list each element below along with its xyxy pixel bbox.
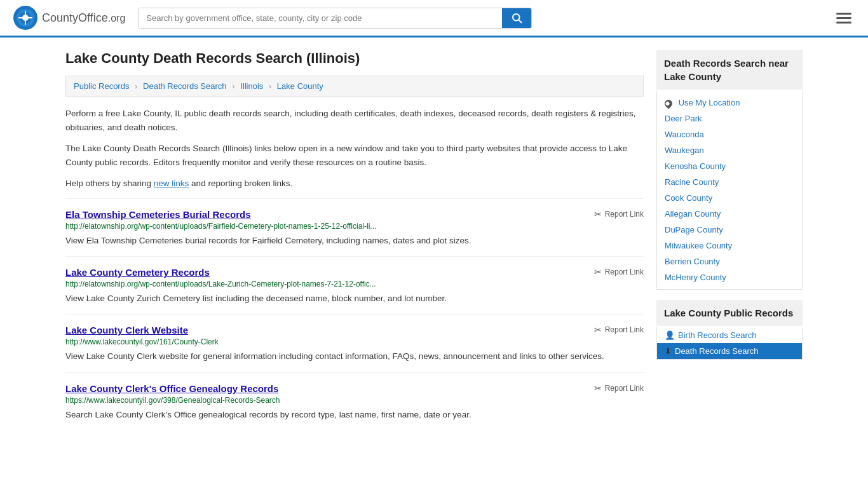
logo-name: CountyOffice [42, 11, 108, 24]
report-link-3[interactable]: ✂ Report Link [594, 383, 644, 393]
logo-icon [13, 5, 38, 30]
result-title-1[interactable]: Lake County Cemetery Records [65, 267, 210, 278]
result-title-3[interactable]: Lake County Clerk's Office Genealogy Rec… [65, 383, 278, 394]
description-2: The Lake County Death Records Search (Il… [65, 142, 644, 169]
sidebar-nearby-title: Death Records Search near Lake County [664, 58, 789, 82]
sidebar-public-records-title: Lake County Public Records [664, 308, 793, 318]
sidebar-nearby-link-3[interactable]: Kenosha County [657, 158, 802, 174]
breadcrumb-link-illinois[interactable]: Illinois [240, 81, 263, 91]
sidebar-nearby-link-1[interactable]: Wauconda [657, 126, 802, 142]
breadcrumb-link-death-records[interactable]: Death Records Search [143, 81, 227, 91]
nearby-link-4[interactable]: Racine County [665, 177, 719, 187]
sidebar-nearby-link-2[interactable]: Waukegan [657, 142, 802, 158]
report-link-1[interactable]: ✂ Report Link [594, 267, 644, 277]
breadcrumb-sep: › [269, 81, 271, 91]
result-header-2: Lake County Clerk Website ✂ Report Link [65, 325, 644, 336]
sidebar-nearby-header: Death Records Search near Lake County [656, 50, 803, 90]
nearby-link-3[interactable]: Kenosha County [665, 161, 726, 171]
sidebar-public-records-header: Lake County Public Records [656, 300, 803, 326]
breadcrumb-link-public-records[interactable]: Public Records [74, 81, 129, 91]
sidebar-nearby-link-8[interactable]: Milwaukee County [657, 238, 802, 254]
result-header-3: Lake County Clerk's Office Genealogy Rec… [65, 383, 644, 394]
public-records-link-1[interactable]: ⬇Death Records Search [657, 343, 802, 359]
nearby-link-8[interactable]: Milwaukee County [665, 241, 732, 250]
sidebar-use-location[interactable]: Use My Location [657, 95, 802, 111]
public-records-link-0[interactable]: 👤Birth Records Search [657, 327, 802, 343]
pr-link-0[interactable]: Birth Records Search [678, 330, 757, 340]
sidebar-nearby-links: Use My Location Deer ParkWaucondaWaukega… [656, 91, 803, 290]
content-wrapper: Lake County Death Records Search (Illino… [53, 37, 815, 430]
nearby-link-5[interactable]: Cook County [665, 193, 712, 203]
sidebar-nearby-link-0[interactable]: Deer Park [657, 111, 802, 126]
report-link-2[interactable]: ✂ Report Link [594, 325, 644, 335]
result-desc-2: View Lake County Clerk website for gener… [65, 350, 644, 363]
breadcrumb-sep: › [232, 81, 234, 91]
sidebar-nearby-link-7[interactable]: DuPage County [657, 222, 802, 238]
breadcrumb: Public Records › Death Records Search › … [65, 76, 644, 97]
result-item: Lake County Cemetery Records ✂ Report Li… [65, 256, 644, 314]
report-icon-3: ✂ [594, 383, 602, 393]
menu-line [836, 22, 851, 24]
menu-button[interactable] [832, 9, 855, 27]
logo-text: CountyOffice.org [42, 11, 125, 25]
nearby-link-1[interactable]: Wauconda [665, 130, 704, 139]
result-url-1: http://elatownship.org/wp-content/upload… [65, 280, 644, 288]
pr-link-1[interactable]: Death Records Search [675, 346, 759, 356]
result-item: Ela Township Cemeteries Burial Records ✂… [65, 198, 644, 256]
sidebar: Death Records Search near Lake County Us… [656, 50, 803, 430]
result-item: Lake County Clerk's Office Genealogy Rec… [65, 372, 644, 430]
result-desc-0: View Ela Township Cemeteries burial reco… [65, 234, 644, 247]
use-my-location-link[interactable]: Use My Location [679, 98, 740, 107]
results-list: Ela Township Cemeteries Burial Records ✂… [65, 198, 644, 430]
location-icon [663, 98, 674, 109]
nearby-link-2[interactable]: Waukegan [665, 146, 704, 155]
desc3-suffix: and reporting broken links. [189, 179, 292, 188]
report-icon-2: ✂ [594, 325, 602, 335]
sidebar-nearby-link-6[interactable]: Allegan County [657, 206, 802, 222]
search-input[interactable] [139, 8, 502, 28]
result-header-0: Ela Township Cemeteries Burial Records ✂… [65, 209, 644, 220]
description-3: Help others by sharing new links and rep… [65, 177, 644, 191]
result-url-3: https://www.lakecountyil.gov/398/Genealo… [65, 396, 644, 405]
svg-line-7 [519, 20, 522, 22]
result-url-2: http://www.lakecountyil.gov/161/County-C… [65, 337, 644, 346]
breadcrumb-link-lake-county[interactable]: Lake County [277, 81, 323, 91]
sidebar-public-records-links: 👤Birth Records Search⬇Death Records Sear… [656, 327, 803, 360]
new-links-link[interactable]: new links [154, 179, 189, 188]
sidebar-nearby-link-4[interactable]: Racine County [657, 174, 802, 190]
report-label-3: Report Link [605, 384, 644, 393]
menu-line [836, 13, 851, 15]
sidebar-nearby-link-9[interactable]: Berrien County [657, 254, 802, 269]
result-desc-3: Search Lake County Clerk's Office geneal… [65, 409, 644, 421]
result-desc-1: View Lake County Zurich Cemetery list in… [65, 292, 644, 305]
result-header-1: Lake County Cemetery Records ✂ Report Li… [65, 267, 644, 278]
sidebar-nearby-link-5[interactable]: Cook County [657, 190, 802, 206]
desc3-prefix: Help others by sharing [65, 179, 154, 188]
nearby-link-9[interactable]: Berrien County [665, 257, 720, 266]
report-icon-1: ✂ [594, 267, 602, 277]
report-label-0: Report Link [605, 210, 644, 219]
nearby-link-10[interactable]: McHenry County [665, 273, 726, 282]
svg-rect-5 [25, 11, 26, 25]
download-icon-1: ⬇ [665, 346, 672, 356]
nearby-link-0[interactable]: Deer Park [665, 114, 702, 123]
logo-area[interactable]: CountyOffice.org [13, 5, 125, 30]
result-url-0: http://elatownship.org/wp-content/upload… [65, 222, 644, 231]
result-title-2[interactable]: Lake County Clerk Website [65, 325, 188, 336]
report-link-0[interactable]: ✂ Report Link [594, 209, 644, 219]
main-content: Lake County Death Records Search (Illino… [65, 50, 644, 430]
nearby-link-6[interactable]: Allegan County [665, 209, 721, 219]
search-button[interactable] [502, 8, 531, 28]
result-item: Lake County Clerk Website ✂ Report Link … [65, 314, 644, 372]
description-1: Perform a free Lake County, IL public de… [65, 107, 644, 134]
nearby-link-7[interactable]: DuPage County [665, 225, 723, 234]
public-records-links-container: 👤Birth Records Search⬇Death Records Sear… [657, 327, 802, 359]
sidebar-nearby-link-10[interactable]: McHenry County [657, 269, 802, 285]
breadcrumb-sep: › [135, 81, 137, 91]
site-header: CountyOffice.org [0, 0, 868, 37]
search-bar [138, 8, 532, 29]
logo-suffix: .org [108, 13, 126, 24]
report-label-1: Report Link [605, 268, 644, 276]
result-title-0[interactable]: Ela Township Cemeteries Burial Records [65, 209, 250, 220]
menu-line [836, 17, 851, 19]
